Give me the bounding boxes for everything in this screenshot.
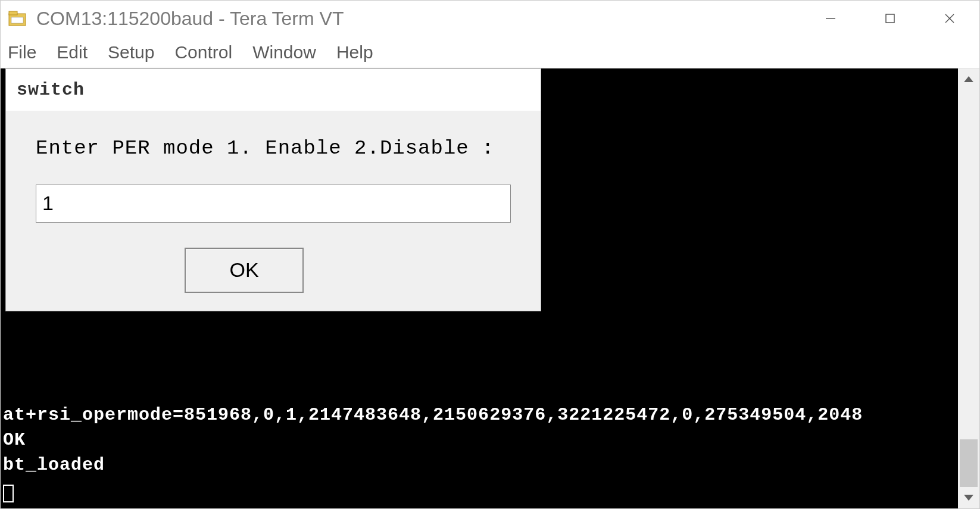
menubar: File Edit Setup Control Window Help [1,36,979,68]
cursor-icon [3,485,14,502]
titlebar: COM13:115200baud - Tera Term VT [1,1,979,36]
terminal-cursor-line [3,477,958,502]
menu-edit[interactable]: Edit [57,42,88,63]
dialog-title: switch [6,69,541,111]
app-icon [8,10,29,27]
terminal[interactable]: at+rsi_opermode=851968,0,1,2147483648,21… [1,68,958,508]
scroll-thumb[interactable] [960,439,978,487]
terminal-output: at+rsi_opermode=851968,0,1,2147483648,21… [3,402,958,502]
scroll-up-icon[interactable] [958,68,979,90]
terminal-area: at+rsi_opermode=851968,0,1,2147483648,21… [1,68,979,508]
terminal-line: OK [3,427,958,452]
dialog-input[interactable] [36,185,511,223]
dialog-body: Enter PER mode 1. Enable 2.Disable : [6,111,541,241]
scroll-track[interactable] [958,90,979,487]
scroll-down-icon[interactable] [958,487,979,508]
menu-file[interactable]: File [8,42,36,63]
maximize-button[interactable] [860,1,920,36]
menu-setup[interactable]: Setup [108,42,154,63]
minimize-button[interactable] [801,1,860,36]
svg-rect-1 [9,11,17,15]
app-window: COM13:115200baud - Tera Term VT File Edi… [0,0,980,509]
vertical-scrollbar[interactable] [958,68,979,508]
svg-rect-4 [886,14,894,23]
svg-rect-2 [11,17,23,23]
menu-control[interactable]: Control [174,42,232,63]
terminal-line: bt_loaded [3,452,958,477]
menu-window[interactable]: Window [252,42,316,63]
dialog-buttons: OK [6,241,541,311]
menu-help[interactable]: Help [336,42,373,63]
ok-button[interactable]: OK [185,248,304,293]
close-button[interactable] [920,1,979,36]
terminal-line: at+rsi_opermode=851968,0,1,2147483648,21… [3,402,958,427]
dialog-prompt: Enter PER mode 1. Enable 2.Disable : [36,135,511,163]
window-title: COM13:115200baud - Tera Term VT [36,8,801,30]
input-dialog: switch Enter PER mode 1. Enable 2.Disabl… [5,68,541,311]
window-controls [801,1,979,36]
